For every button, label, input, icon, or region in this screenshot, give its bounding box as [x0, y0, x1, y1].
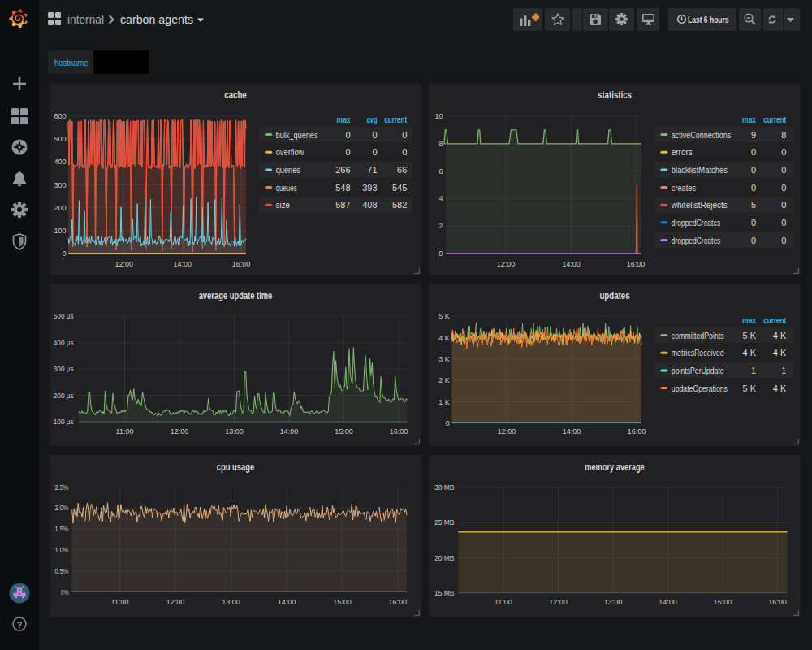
svg-text:1.5%: 1.5%	[55, 525, 69, 533]
svg-text:20 MB: 20 MB	[434, 554, 454, 562]
svg-text:0: 0	[372, 130, 377, 140]
svg-text:548: 548	[335, 183, 350, 193]
svg-text:0: 0	[372, 147, 377, 157]
svg-text:16:00: 16:00	[768, 598, 787, 606]
svg-text:0: 0	[751, 218, 756, 228]
svg-text:14:00: 14:00	[278, 598, 296, 606]
svg-text:0: 0	[438, 249, 443, 258]
svg-text:droppedCreates: droppedCreates	[672, 218, 721, 228]
svg-text:25 MB: 25 MB	[434, 518, 454, 526]
svg-text:582: 582	[392, 200, 407, 210]
svg-text:500 µs: 500 µs	[54, 312, 74, 320]
svg-text:16:00: 16:00	[628, 427, 646, 436]
svg-text:carbon agents: carbon agents	[120, 13, 193, 26]
svg-text:updates: updates	[599, 290, 629, 301]
svg-text:30 MB: 30 MB	[434, 483, 454, 492]
svg-text:300: 300	[54, 181, 66, 189]
svg-text:0: 0	[751, 236, 756, 245]
svg-text:14:00: 14:00	[659, 598, 677, 606]
svg-text:avg: avg	[367, 115, 378, 124]
svg-text:0: 0	[781, 200, 786, 210]
svg-text:updateOperations: updateOperations	[672, 384, 728, 393]
svg-text:4: 4	[438, 194, 443, 202]
svg-text:15 MB: 15 MB	[434, 589, 454, 597]
svg-text:0: 0	[781, 236, 786, 245]
svg-text:bulk_queries: bulk_queries	[276, 130, 318, 140]
svg-text:4 K: 4 K	[743, 348, 757, 358]
svg-text:16:00: 16:00	[232, 260, 251, 268]
svg-text:statistics: statistics	[598, 89, 632, 101]
svg-text:committedPoints: committedPoints	[672, 331, 724, 340]
svg-text:8: 8	[438, 140, 443, 148]
svg-text:13:00: 13:00	[222, 598, 240, 606]
svg-text:12:00: 12:00	[166, 598, 185, 606]
svg-text:545: 545	[392, 183, 407, 193]
svg-text:4 K: 4 K	[438, 334, 450, 342]
svg-text:0: 0	[402, 130, 407, 140]
svg-text:0: 0	[751, 165, 756, 175]
svg-text:1: 1	[781, 366, 786, 375]
svg-text:14:00: 14:00	[174, 260, 192, 268]
svg-text:5 K: 5 K	[743, 331, 757, 340]
svg-text:2.5%: 2.5%	[55, 483, 69, 492]
svg-text:internal: internal	[67, 13, 104, 26]
svg-text:408: 408	[362, 200, 377, 210]
svg-text:15:00: 15:00	[335, 427, 353, 436]
svg-text:16:00: 16:00	[389, 598, 408, 606]
svg-text:266: 266	[335, 165, 350, 175]
svg-text:66: 66	[397, 165, 407, 175]
svg-text:whitelistRejects: whitelistRejects	[671, 200, 728, 210]
svg-text:11:00: 11:00	[111, 598, 129, 606]
svg-text:errors: errors	[672, 147, 693, 157]
svg-text:4 K: 4 K	[773, 384, 787, 393]
svg-text:size: size	[276, 200, 290, 210]
svg-text:8: 8	[781, 130, 786, 140]
svg-text:queues: queues	[276, 183, 297, 193]
svg-text:memory average: memory average	[585, 462, 645, 473]
svg-text:max: max	[742, 315, 757, 325]
svg-text:overflow: overflow	[276, 147, 304, 157]
svg-text:current: current	[763, 315, 786, 325]
svg-text:500: 500	[54, 135, 66, 143]
svg-text:0: 0	[345, 147, 350, 157]
svg-text:12:00: 12:00	[549, 598, 568, 606]
svg-text:11:00: 11:00	[116, 427, 134, 436]
svg-text:14:00: 14:00	[563, 427, 581, 436]
svg-text:0: 0	[781, 183, 786, 193]
svg-text:0: 0	[751, 147, 756, 157]
svg-text:600: 600	[54, 112, 66, 120]
svg-text:0.5%: 0.5%	[55, 567, 69, 575]
svg-text:15:00: 15:00	[714, 598, 732, 606]
svg-text:0: 0	[446, 419, 450, 427]
svg-text:Last 6 hours: Last 6 hours	[688, 15, 729, 24]
svg-text:4 K: 4 K	[773, 348, 787, 358]
svg-text:queries: queries	[276, 165, 301, 175]
svg-text:0: 0	[781, 165, 786, 175]
svg-text:max: max	[742, 115, 757, 124]
svg-text:587: 587	[335, 200, 350, 210]
svg-text:10: 10	[434, 112, 443, 120]
svg-text:0: 0	[781, 218, 786, 228]
svg-text:pointsPerUpdate: pointsPerUpdate	[672, 366, 724, 375]
svg-text:activeConnections: activeConnections	[672, 130, 732, 140]
svg-text:cpu usage: cpu usage	[217, 462, 255, 473]
svg-text:200: 200	[54, 204, 66, 212]
svg-text:13:00: 13:00	[225, 427, 244, 436]
svg-text:current: current	[763, 115, 786, 124]
svg-text:14:00: 14:00	[280, 427, 299, 436]
svg-text:400: 400	[54, 158, 66, 166]
svg-text:100: 100	[54, 227, 66, 235]
svg-text:11:00: 11:00	[495, 598, 512, 606]
svg-text:1: 1	[751, 366, 756, 375]
svg-text:9: 9	[751, 130, 756, 140]
svg-text:droppedCreates: droppedCreates	[672, 236, 721, 245]
svg-text:2: 2	[438, 222, 443, 230]
svg-text:12:00: 12:00	[497, 260, 516, 268]
svg-text:13:00: 13:00	[604, 598, 623, 606]
svg-text:200 µs: 200 µs	[54, 392, 74, 400]
svg-text:5 K: 5 K	[438, 312, 450, 320]
svg-text:cache: cache	[224, 89, 246, 101]
svg-text:393: 393	[362, 183, 377, 193]
svg-text:?: ?	[17, 620, 23, 630]
svg-text:hostname: hostname	[54, 58, 89, 67]
